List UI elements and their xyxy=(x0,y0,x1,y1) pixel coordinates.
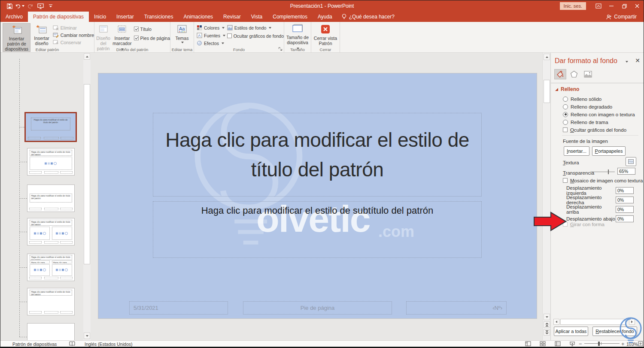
pane-scroll-left-icon[interactable] xyxy=(553,319,559,325)
ribbon-tabs: ArchivoPatrón de diapositivasInicioInser… xyxy=(0,12,337,22)
share-button[interactable]: Compartir xyxy=(606,12,644,22)
tab-animaciones[interactable]: Animaciones xyxy=(178,12,218,22)
zoom-slider-thumb[interactable] xyxy=(598,342,600,346)
thumbnails-scrollbar[interactable] xyxy=(83,53,91,340)
restore-icon[interactable] xyxy=(618,0,631,12)
texture-picker-button[interactable] xyxy=(626,157,636,166)
tab-insertar[interactable]: Insertar xyxy=(111,12,139,22)
fill-option-3[interactable]: Relleno de trama xyxy=(563,119,608,125)
sign-in-button[interactable]: Inic. ses. xyxy=(560,2,586,10)
footer-placeholder[interactable]: Pie de página xyxy=(243,301,392,315)
pane-close-icon[interactable]: ✕ xyxy=(635,57,640,64)
rename-button[interactable]: Cambiar nombre xyxy=(53,32,94,38)
tab-revisar[interactable]: Revisar xyxy=(218,12,246,22)
tab-ayuda[interactable]: Ayuda xyxy=(313,12,337,22)
rename-icon xyxy=(53,32,59,38)
close-master-view-button[interactable]: Cerrar vista Patrón xyxy=(312,23,339,46)
save-icon[interactable] xyxy=(5,1,14,11)
pane-scroll-track[interactable] xyxy=(560,319,626,325)
insert-picture-button[interactable]: Insertar... xyxy=(564,146,589,156)
fill-section-header[interactable]: Relleno xyxy=(555,86,579,92)
canvas-scroll-up-icon[interactable] xyxy=(544,54,550,60)
transparency-input[interactable] xyxy=(617,168,635,175)
pane-title-caret-icon[interactable] xyxy=(626,61,628,63)
offset-label-0: Desplazamiento izquierda xyxy=(566,185,616,196)
close-icon[interactable] xyxy=(631,0,644,12)
title-placeholder[interactable]: Haga clic para modificar el estilo de tí… xyxy=(153,113,482,197)
slideshow-view-icon[interactable] xyxy=(569,341,575,346)
delete-button[interactable]: Eliminar xyxy=(53,24,94,31)
transparency-slider-thumb[interactable] xyxy=(608,169,609,174)
colors-button[interactable]: Colores xyxy=(197,24,227,31)
themes-button[interactable]: Aa Temas xyxy=(172,23,192,43)
insert-layout-button[interactable]: Insertar diseño xyxy=(32,23,51,46)
tab-complementos[interactable]: Complementos xyxy=(267,12,313,22)
thumbnail-two-content[interactable]: Haga clic para modificar el estilo de tí… xyxy=(27,218,75,245)
thumbnail-comparison[interactable]: Haga clic para modificar el estilo de tí… xyxy=(27,254,75,281)
offset-input-3[interactable] xyxy=(616,215,634,222)
thumbnail-section-header[interactable]: Haga clic para modificar el estilo de tí… xyxy=(27,185,75,212)
effects-tab-icon[interactable] xyxy=(568,69,580,79)
slide-number-placeholder[interactable]: ‹Nº› xyxy=(406,301,507,315)
effects-button[interactable]: Efectos xyxy=(197,40,227,46)
transparency-slider[interactable] xyxy=(592,169,616,174)
thumbnail-master-title[interactable]: Haga clic para modificar el estilo de tí… xyxy=(24,112,77,142)
offset-label-2: Desplazamiento arriba xyxy=(566,204,616,215)
thumbnails-scroll-down-icon[interactable] xyxy=(84,333,90,339)
footers-checkbox[interactable]: Pies de página xyxy=(134,35,170,41)
language-status[interactable]: Inglés (Estados Unidos) xyxy=(85,342,132,347)
offset-input-2[interactable] xyxy=(616,206,634,213)
thumbnail-title-content[interactable]: Haga clic para modificar el estilo de tí… xyxy=(27,148,75,176)
thumbnails-scroll-up-icon[interactable] xyxy=(84,53,90,60)
undo-icon[interactable] xyxy=(15,1,24,11)
tile-picture-option[interactable]: Mosaico de imagen como textura xyxy=(563,177,643,184)
view-status-label[interactable]: Patrón de diapositivas xyxy=(12,342,57,347)
qat-customize-icon[interactable] xyxy=(46,1,55,11)
slide-size-button[interactable]: Tamaño de diapositiva xyxy=(285,23,310,50)
date-placeholder[interactable]: 5/31/2021 xyxy=(129,301,228,315)
offset-input-0[interactable] xyxy=(616,187,634,194)
tab-patrón-de-diapositivas[interactable]: Patrón de diapositivas xyxy=(28,12,89,22)
redo-icon[interactable] xyxy=(25,1,35,11)
next-slide-icon[interactable] xyxy=(544,329,550,336)
canvas-scroll-down-icon[interactable] xyxy=(544,314,550,320)
fill-option-1[interactable]: Relleno degradado xyxy=(563,103,612,110)
fill-option-2[interactable]: Relleno con imagen o textura xyxy=(563,111,635,118)
canvas-scrollbar[interactable] xyxy=(542,53,550,340)
apply-to-all-button[interactable]: Aplicar a todas xyxy=(554,327,588,336)
thumbnails-scroll-thumb[interactable] xyxy=(84,84,90,264)
zoom-slider-track[interactable] xyxy=(584,343,620,344)
ribbon-display-options-icon[interactable] xyxy=(592,0,605,12)
background-styles-button[interactable]: Estilos de fondo xyxy=(227,24,284,31)
start-slideshow-icon[interactable] xyxy=(36,1,45,11)
tab-transiciones[interactable]: Transiciones xyxy=(139,12,179,22)
hierarchy-connector xyxy=(19,337,27,337)
offset-input-1[interactable] xyxy=(616,197,634,203)
canvas-scroll-thumb[interactable] xyxy=(544,80,550,103)
fonts-button[interactable]: A Fuentes xyxy=(197,32,227,39)
slide-master[interactable]: olvetic .com Haga clic para modificar el… xyxy=(98,73,537,318)
content-icons xyxy=(34,269,46,272)
tab-vista[interactable]: Vista xyxy=(246,12,267,22)
thumbnail-title-only[interactable]: Haga clic para modificar el estilo de tí… xyxy=(27,288,75,315)
hierarchy-connector xyxy=(19,232,27,232)
normal-view-icon[interactable] xyxy=(525,341,531,346)
zoom-out-icon[interactable]: − xyxy=(579,341,582,347)
tab-inicio[interactable]: Inicio xyxy=(89,12,111,22)
hide-background-graphics-option[interactable]: Ocultar gráficos del fondo xyxy=(563,127,626,133)
slide-sorter-icon[interactable] xyxy=(540,341,546,346)
minimize-icon[interactable] xyxy=(605,0,618,12)
title-checkbox[interactable]: Título xyxy=(134,26,170,32)
preserve-button[interactable]: Conservar xyxy=(53,39,94,45)
tell-me-search[interactable]: ¿Qué desea hacer? xyxy=(337,12,399,22)
picture-tab-icon[interactable] xyxy=(582,69,594,79)
hide-background-graphics-checkbox[interactable]: Ocultar gráficos de fondo xyxy=(227,33,284,39)
reading-view-icon[interactable] xyxy=(555,341,561,346)
fill-option-0[interactable]: Relleno sólido xyxy=(563,96,601,102)
fill-tab-icon[interactable] xyxy=(554,69,566,79)
subtitle-placeholder[interactable]: Haga clic para modificar el estilo de su… xyxy=(153,201,482,258)
previous-slide-icon[interactable] xyxy=(544,321,550,328)
tab-archivo[interactable]: Archivo xyxy=(0,12,28,22)
proofing-book-icon[interactable] xyxy=(69,341,75,346)
clipboard-button[interactable]: Portapapeles xyxy=(592,146,626,156)
